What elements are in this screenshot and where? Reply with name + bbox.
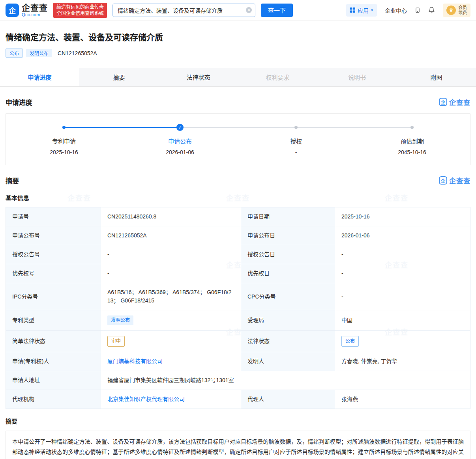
abstract-subtitle: 摘要 <box>6 417 470 425</box>
logo-domain: Qcc.com <box>22 13 48 17</box>
tab-description: 说明书 <box>317 68 397 86</box>
mobile-app-icon[interactable] <box>415 6 420 14</box>
timeline-step-grant: 授权 - <box>238 124 354 155</box>
step-check-icon: ✓ <box>176 124 184 131</box>
table-row: 简单法律状态 审中 法律状态 公布 <box>6 331 470 352</box>
table-row: IPC分类号 A61B5/16； A61B5/369； A61B5/374； G… <box>6 283 470 310</box>
membership-label: 会员 续费 <box>458 5 467 15</box>
table-row: 申请人地址 福建省厦门市集美区软件园三期凤岐路132号1301室 <box>6 371 470 390</box>
step-dot-pending-icon <box>294 126 298 129</box>
step-dot-pending-icon <box>410 126 414 129</box>
slogan-line1: 缔造有远见的商业传奇 <box>56 4 104 10</box>
top-header: 企 企查查 Qcc.com 缔造有远见的商业传奇 全国企业信用查询系统 ✕ 查一… <box>0 0 476 21</box>
table-row: 授权公告号 - 授权公告日 - <box>6 245 470 264</box>
status-badge-invention: 发明公布 <box>26 49 52 57</box>
tab-abstract[interactable]: 摘要 <box>79 68 159 86</box>
enterprise-center-link[interactable]: 企业中心 <box>385 6 407 14</box>
basic-info-table: 申请号 CN202511480260.8 申请日期 2025-10-16 申请公… <box>6 207 470 409</box>
qcc-watermark-icon: 企 <box>439 176 447 185</box>
main-content: 企查查企查查企查查企查查企查查企查查企查查企查查企查查企查查企查查企查查 申请进… <box>0 97 476 459</box>
patent-type-badge: 发明公布 <box>107 315 133 325</box>
crown-icon: ♛ <box>446 6 456 15</box>
logo-name: 企查查 <box>22 4 48 12</box>
tab-legal-status[interactable]: 法律状态 <box>159 68 238 86</box>
status-badge-publish: 公布 <box>6 49 23 58</box>
table-row: 申请号 CN202511480260.8 申请日期 2025-10-16 <box>6 207 470 226</box>
detail-tabs: 申请进度 摘要 法律状态 权利要求 说明书 附图 <box>0 68 476 87</box>
timeline-panel: 专利申请 2025-10-16 ✓ 申请公布 2026-01-06 授权 - <box>6 113 470 165</box>
chevron-down-icon: ▾ <box>371 8 373 12</box>
apps-grid-icon <box>350 7 355 13</box>
page-title: 情绪确定方法、装置、设备及可读存储介质 <box>6 31 470 43</box>
table-row: 申请(专利权)人 厦门熵基科技有限公司 发明人 方春晓, 仲崇亮, 丁贺华 <box>6 352 470 371</box>
header-nav: 应用 ▾ 企业中心 ♛ 会员 续费 <box>346 4 470 17</box>
membership-renewal-button[interactable]: ♛ 会员 续费 <box>443 4 470 17</box>
search-button[interactable]: 查一下 <box>261 4 293 17</box>
qcc-watermark-logo: 企 企查查 <box>439 175 470 185</box>
legal-status-badge: 公布 <box>341 336 359 347</box>
abstract-section: 摘要 企 企查查 基本信息 申请号 CN202511480260.8 申请日期 … <box>6 175 470 459</box>
qcc-watermark-logo: 企 企查查 <box>439 97 470 107</box>
patent-title-block: 情绪确定方法、装置、设备及可读存储介质 公布 发明公布 CN121265052A <box>0 21 476 58</box>
patent-number: CN121265052A <box>58 50 97 56</box>
search-input[interactable] <box>118 7 246 13</box>
agency-company-link[interactable]: 北京集佳知识产权代理有限公司 <box>107 396 185 402</box>
applicant-company-link[interactable]: 厦门熵基科技有限公司 <box>107 358 163 364</box>
progress-section-title: 申请进度 <box>6 97 32 107</box>
patent-tag-row: 公布 发明公布 CN121265052A <box>6 49 470 58</box>
clear-search-icon[interactable]: ✕ <box>246 7 252 13</box>
slogan-banner: 缔造有远见的商业传奇 全国企业信用查询系统 <box>53 3 107 18</box>
qcc-watermark-icon: 企 <box>439 98 447 106</box>
notification-bell-icon[interactable] <box>428 6 435 14</box>
tab-claims: 权利要求 <box>238 68 317 86</box>
basic-info-title: 基本信息 <box>6 193 470 202</box>
qcc-logo-text: 企查查 Qcc.com <box>22 4 48 17</box>
table-row: 申请公布号 CN121265052A 申请公布日 2026-01-06 <box>6 226 470 245</box>
tab-drawings[interactable]: 附图 <box>397 68 476 86</box>
table-row: 专利类型 发明公布 受理局 中国 <box>6 310 470 331</box>
apps-menu-label: 应用 <box>358 6 369 14</box>
search-box: ✕ <box>112 4 255 17</box>
simple-legal-status-badge: 审中 <box>107 336 125 347</box>
tab-application-progress[interactable]: 申请进度 <box>0 68 79 86</box>
table-row: 优先权号 - 优先权日 - <box>6 264 470 283</box>
slogan-line2: 全国企业信用查询系统 <box>56 10 104 17</box>
timeline-step-publication: ✓ 申请公布 2026-01-06 <box>122 124 238 155</box>
step-dot-done-icon <box>62 126 66 129</box>
application-progress-section: 申请进度 企 企查查 专利申请 2025-10-16 ✓ 申请公 <box>6 97 470 165</box>
abstract-section-title: 摘要 <box>6 175 19 185</box>
timeline-step-expiry: 预估到期 2045-10-16 <box>354 124 470 155</box>
apps-menu[interactable]: 应用 ▾ <box>346 4 377 17</box>
qcc-logo-icon: 企 <box>6 4 19 17</box>
timeline-step-filing: 专利申请 2025-10-16 <box>6 124 122 155</box>
table-row: 代理机构 北京集佳知识产权代理有限公司 代理人 张海燕 <box>6 390 470 409</box>
qcc-logo[interactable]: 企 企查查 Qcc.com <box>6 4 48 17</box>
abstract-text: 本申请公开了一种情绪确定方法、装置、设备及可读存储介质，该方法包括获取目标用户对… <box>6 431 470 459</box>
